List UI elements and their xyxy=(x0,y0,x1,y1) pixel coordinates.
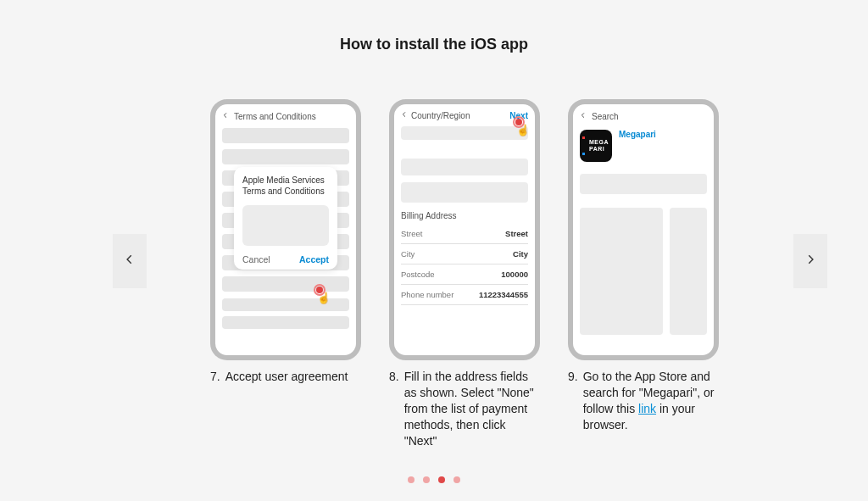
tap-indicator-icon: ☝ xyxy=(314,284,331,301)
dialog-actions: Cancel Accept xyxy=(242,254,329,264)
carousel-pagination xyxy=(0,476,868,483)
field-value: City xyxy=(513,249,528,259)
chevron-left-icon xyxy=(222,111,229,121)
placeholder-box xyxy=(670,208,707,335)
step-caption: 9. Go to the App Store and search for "M… xyxy=(568,369,719,433)
placeholder-rows xyxy=(394,126,535,203)
dialog-body-placeholder xyxy=(242,205,329,246)
step-card-8: Country/Region Next ☝ Billing Address xyxy=(389,99,540,448)
placeholder-rows-bottom xyxy=(215,292,356,336)
step-caption: 7. Accept user agreement xyxy=(210,369,361,385)
step-number: 7. xyxy=(210,369,220,385)
pagination-dot[interactable] xyxy=(453,476,460,483)
cancel-button[interactable]: Cancel xyxy=(242,254,270,264)
carousel-next-button[interactable] xyxy=(793,234,827,288)
form-row-phone: Phone number 11223344555 xyxy=(401,285,528,305)
step-number: 8. xyxy=(389,369,399,448)
field-value: 100000 xyxy=(501,270,528,279)
topbar-label: Search xyxy=(592,112,619,121)
pagination-dot[interactable] xyxy=(408,476,415,483)
field-value: Street xyxy=(505,229,528,238)
phone-topbar: Search xyxy=(573,104,714,128)
form-row-postcode: Postcode 100000 xyxy=(401,264,528,285)
placeholder-row xyxy=(222,128,349,143)
field-value: 11223344555 xyxy=(479,290,528,299)
step-caption: 8. Fill in the address fields as shown. … xyxy=(389,369,540,448)
dialog-title: Apple Media Services Terms and Condition… xyxy=(242,175,329,197)
dot-icon xyxy=(582,153,585,155)
placeholder-boxes xyxy=(580,208,707,335)
step-text: Accept user agreement xyxy=(225,369,348,385)
topbar-label: Country/Region xyxy=(411,111,509,120)
chevron-left-icon xyxy=(124,253,136,269)
install-ios-guide: How to install the iOS app Terms and Con… xyxy=(0,0,868,501)
chevron-right-icon xyxy=(804,253,816,269)
carousel-prev-button[interactable] xyxy=(113,234,147,288)
phone-topbar: Terms and Conditions xyxy=(215,104,356,128)
placeholder-row xyxy=(401,182,528,203)
phone-frame: Search MEGA PARI Megapari xyxy=(568,99,719,360)
step-card-9: Search MEGA PARI Megapari xyxy=(568,99,719,448)
field-label: Street xyxy=(401,229,422,238)
billing-section: Billing Address xyxy=(394,203,535,224)
step-cards: Terms and Conditions Apple xyxy=(210,99,719,448)
pagination-dot-active[interactable] xyxy=(438,476,445,483)
billing-form: Street Street City City Postcode 100000 … xyxy=(394,224,535,305)
step-card-7: Terms and Conditions Apple xyxy=(210,99,361,448)
field-label: Postcode xyxy=(401,270,435,279)
dot-icon xyxy=(582,136,585,139)
accept-button[interactable]: Accept xyxy=(299,254,329,264)
chevron-left-icon xyxy=(401,110,408,120)
pagination-dot[interactable] xyxy=(423,476,430,483)
step-number: 9. xyxy=(568,369,578,433)
field-label: City xyxy=(401,249,415,259)
section-title: Billing Address xyxy=(401,211,528,220)
field-label: Phone number xyxy=(401,290,453,299)
form-row-street: Street Street xyxy=(401,224,528,244)
chevron-left-icon xyxy=(580,111,587,121)
placeholder-row xyxy=(401,126,528,140)
megapari-app-icon: MEGA PARI xyxy=(580,130,612,162)
placeholder-box xyxy=(580,208,663,335)
step-text: Go to the App Store and search for "Mega… xyxy=(583,369,719,433)
form-row-city: City City xyxy=(401,244,528,264)
step-text: Fill in the address fields as shown. Sel… xyxy=(404,369,540,448)
placeholder-row xyxy=(222,316,349,329)
placeholder-row xyxy=(222,149,349,164)
browser-link[interactable]: link xyxy=(638,402,656,415)
placeholder-area xyxy=(573,170,714,335)
placeholder-bar xyxy=(580,174,707,194)
search-result: MEGA PARI Megapari xyxy=(573,128,714,170)
icon-text-line1: MEGA xyxy=(589,139,612,146)
terms-dialog: Apple Media Services Terms and Condition… xyxy=(234,167,337,270)
phone-frame: Terms and Conditions Apple xyxy=(210,99,361,360)
topbar-label: Terms and Conditions xyxy=(234,112,316,121)
icon-text-line2: PARI xyxy=(589,146,612,153)
tap-indicator-icon: ☝ xyxy=(513,116,530,133)
placeholder-row xyxy=(401,159,528,175)
page-title: How to install the iOS app xyxy=(0,0,868,53)
phone-frame: Country/Region Next ☝ Billing Address xyxy=(389,99,540,360)
app-name: Megapari xyxy=(619,130,656,139)
